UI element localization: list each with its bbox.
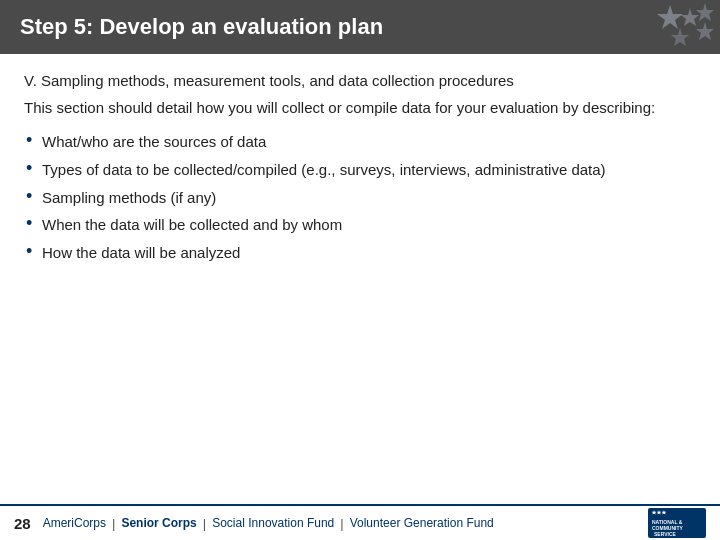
bullet-item-5: How the data will be analyzed: [24, 239, 696, 267]
slide: Step 5: Develop an evaluation plan V. Sa…: [0, 0, 720, 540]
page-number: 28: [14, 515, 31, 532]
svg-marker-4: [696, 22, 714, 40]
bullet-item-1: What/who are the sources of data: [24, 128, 696, 156]
footer-link-vgf[interactable]: Volunteer Generation Fund: [350, 516, 494, 530]
ncss-logo: NATIONAL & COMMUNITY SERVICE: [648, 508, 706, 538]
slide-header: Step 5: Develop an evaluation plan: [0, 0, 720, 54]
bullet-item-2: Types of data to be collected/compiled (…: [24, 156, 696, 184]
slide-footer: 28 AmeriCorps | Senior Corps | Social In…: [0, 504, 720, 540]
footer-link-seniorcorps[interactable]: Senior Corps: [121, 516, 196, 530]
svg-marker-0: [657, 5, 683, 29]
bullet-item-4: When the data will be collected and by w…: [24, 211, 696, 239]
svg-marker-3: [671, 28, 689, 46]
bullet-list: What/who are the sources of dataTypes of…: [24, 128, 696, 267]
bullet-item-3: Sampling methods (if any): [24, 184, 696, 212]
svg-text:SERVICE: SERVICE: [654, 531, 677, 537]
slide-content: V. Sampling methods, measurement tools, …: [0, 54, 720, 317]
section-heading: V. Sampling methods, measurement tools, …: [24, 70, 696, 91]
svg-marker-2: [696, 3, 714, 21]
footer-sep-2: |: [203, 516, 206, 531]
intro-paragraph: This section should detail how you will …: [24, 97, 696, 118]
footer-nav: AmeriCorps | Senior Corps | Social Innov…: [43, 516, 648, 531]
slide-title: Step 5: Develop an evaluation plan: [20, 14, 383, 40]
svg-marker-1: [681, 8, 699, 26]
footer-link-americorps[interactable]: AmeriCorps: [43, 516, 106, 530]
ncss-logo-area: NATIONAL & COMMUNITY SERVICE: [648, 508, 706, 538]
footer-sep-1: |: [112, 516, 115, 531]
footer-sep-3: |: [340, 516, 343, 531]
footer-link-sif[interactable]: Social Innovation Fund: [212, 516, 334, 530]
header-stars-decoration: [520, 0, 720, 54]
